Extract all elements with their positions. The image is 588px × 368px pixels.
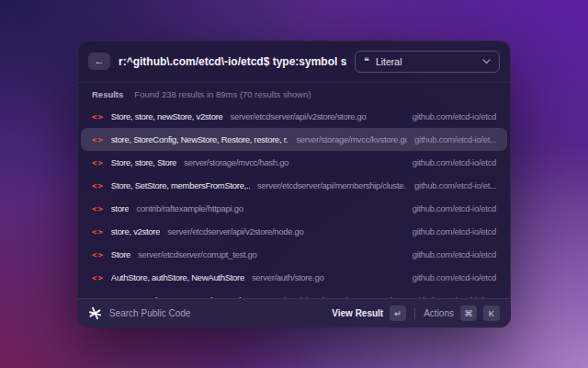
result-row[interactable]: <> store contrib/raftexample/httpapi.go … [81,197,507,220]
code-symbol-icon: <> [92,273,104,282]
repo-label: github.com/etcd-io/etcd [413,249,496,259]
code-symbol-icon: <> [92,204,104,213]
result-row[interactable]: <> Store, store, Store server/storage/mv… [81,151,507,174]
symbol-names: store, StoreConfig, NewStore, Restore, r… [111,134,289,144]
file-path: server/etcdserver/corrupt_test.go [138,249,405,259]
code-symbol-icon: <> [92,135,104,144]
symbol-names: Store, store, newStore, v2store [111,111,223,121]
result-row[interactable]: <> Store server/etcdserver/corrupt_test.… [81,243,507,266]
actions-button[interactable]: Actions [424,308,454,318]
result-row-selected[interactable]: <> store, StoreConfig, NewStore, Restore… [81,128,507,151]
pattern-type-select[interactable]: ❝ Literal [355,51,500,73]
k-key-icon: K [483,305,500,321]
search-query-text: r:^github\.com/etcd\-io/etcd$ type:symbo… [119,55,346,68]
search-bar: ← r:^github\.com/etcd\-io/etcd$ type:sym… [77,40,511,83]
result-row[interactable]: <> Store, store, newStore, v2store serve… [81,105,507,128]
repo-label: github.com/etcd-io/etcd [413,157,496,167]
code-symbol-icon: <> [92,112,104,121]
symbol-names: AuthStore, authStore, NewAuthStore [111,272,244,282]
repo-label: github.com/etcd-io/et... [414,295,496,298]
sourcegraph-logo-icon [88,306,102,320]
symbol-names: Store, store, Store [111,157,176,167]
code-symbol-icon: <> [92,296,104,299]
file-path: server/etcdserver/api/v2store/store.go [231,111,405,121]
repo-label: github.com/etcd-io/etcd [413,203,496,213]
file-path: contrib/raftexample/httpapi.go [136,203,404,213]
result-row[interactable]: <> Store, SetStore, membersFromStore,...… [81,174,507,197]
footer-bar: Search Public Code View Result ↵ Actions… [77,298,511,328]
back-arrow-icon: ← [95,55,105,66]
pattern-type-label: Literal [376,56,476,67]
symbol-names: Store, SetStore, membersFromStore,... [111,180,250,190]
results-summary: Found 238 results in 89ms (70 results sh… [134,89,311,99]
symbol-names: Store [111,249,130,259]
command-key-icon: ⌘ [460,305,477,321]
desktop-background: ← r:^github\.com/etcd\-io/etcd$ type:sym… [0,0,588,368]
results-label: Results [92,89,123,99]
file-path: server/auth/store.go [252,272,405,282]
code-symbol-icon: <> [92,158,104,167]
result-row[interactable]: <> StoreRecorder, storeRecorder, mockst.… [81,289,507,298]
file-path: server/etcdserver/api/v2store/node.go [167,226,404,236]
symbol-names: StoreRecorder, storeRecorder, mockst... [111,295,253,298]
view-result-button[interactable]: View Result [332,308,383,318]
code-symbol-icon: <> [92,227,104,236]
symbol-names: store [111,203,130,213]
repo-label: github.com/etcd-io/etcd [413,111,496,121]
footer-actions: View Result ↵ Actions ⌘ K [332,305,500,321]
repo-label: github.com/etcd-io/etcd [413,226,496,236]
literal-quotes-icon: ❝ [364,56,369,66]
back-button[interactable]: ← [88,52,110,70]
code-symbol-icon: <> [92,181,104,190]
file-path: server/storage/mvcc/kvstore.go [296,134,407,144]
repo-label: github.com/etcd-io/et... [414,134,496,144]
file-path: server/mock/mockstore/store_recorder.go [260,295,407,298]
code-symbol-icon: <> [92,250,104,259]
footer-divider [414,308,415,319]
return-key-icon: ↵ [390,305,406,321]
search-input[interactable]: r:^github\.com/etcd\-io/etcd$ type:symbo… [119,55,346,68]
results-list: <> Store, store, newStore, v2store serve… [77,103,511,298]
chevron-down-icon [482,59,491,64]
file-path: server/etcdserver/api/membership/cluste.… [257,180,407,190]
result-row[interactable]: <> AuthStore, authStore, NewAuthStore se… [81,266,507,289]
file-path: server/storage/mvcc/hash.go [184,157,404,167]
results-header: Results Found 238 results in 89ms (70 re… [77,85,511,103]
repo-label: github.com/etcd-io/etcd [413,272,496,282]
symbol-names: store, v2store [111,226,160,236]
app-context-label: Search Public Code [109,308,190,318]
result-row[interactable]: <> store, v2store server/etcdserver/api/… [81,220,507,243]
search-palette-window: ← r:^github\.com/etcd\-io/etcd$ type:sym… [77,40,511,328]
repo-label: github.com/etcd-io/et... [414,180,496,190]
